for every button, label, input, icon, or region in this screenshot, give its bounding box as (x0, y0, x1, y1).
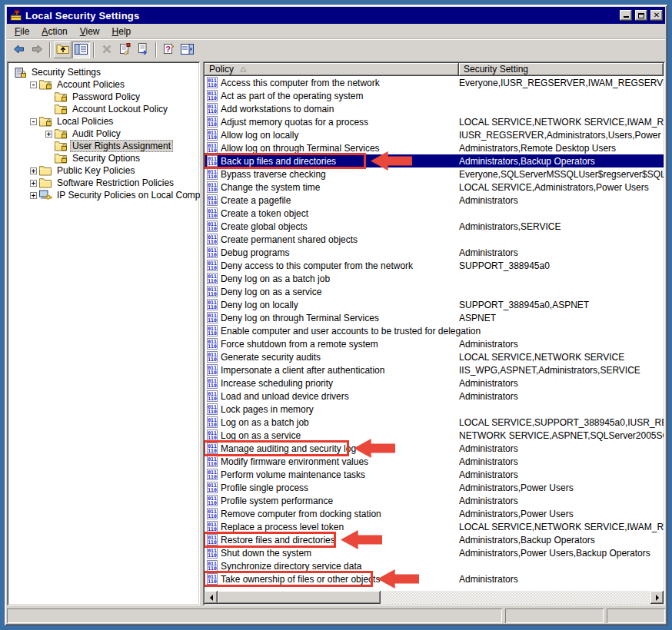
properties-button[interactable] (116, 41, 134, 58)
policy-doc-icon: 011110 (207, 534, 218, 545)
tree-item-software-restriction-policies[interactable]: +Software Restriction Policies (13, 177, 198, 189)
desktop: Local Security Settings ✕ FileActionView… (0, 0, 672, 630)
table-row[interactable]: 011110Deny log on as a service (205, 285, 664, 298)
tree-item-label: Audit Policy (70, 128, 123, 139)
scrollbar-thumb[interactable] (218, 591, 381, 604)
policy-name: Change the system time (221, 182, 320, 193)
show-hide-action-pane-button[interactable] (178, 41, 196, 58)
policy-doc-icon: 011110 (207, 338, 218, 350)
menu-action[interactable]: Action (35, 25, 73, 39)
table-row[interactable]: 011110Lock pages in memory (205, 403, 664, 416)
menu-view[interactable]: View (74, 25, 106, 39)
tree-item-password-policy[interactable]: Password Policy (13, 91, 198, 103)
policy-doc-icon: 011110 (207, 142, 218, 154)
table-row[interactable]: 011110Profile single processAdministrato… (205, 481, 664, 494)
policy-cell: 011110Bypass traverse checking (205, 168, 459, 180)
table-row[interactable]: 011110Deny log on through Terminal Servi… (205, 311, 664, 324)
table-row[interactable]: 011110Impersonate a client after authent… (205, 363, 664, 376)
table-row[interactable]: 011110Change the system timeLOCAL SERVIC… (205, 181, 664, 194)
svg-text:110: 110 (208, 161, 217, 167)
table-row[interactable]: 011110Log on as a serviceNETWORK SERVICE… (205, 429, 664, 442)
table-row[interactable]: 011110Debug programsAdministrators (205, 246, 664, 259)
tree-expander-collapsed[interactable]: + (30, 192, 37, 199)
table-row[interactable]: 011110Add workstations to domain (205, 102, 664, 115)
tree-expander-collapsed[interactable]: + (30, 167, 37, 174)
table-row[interactable]: 011110Create global objectsAdministrator… (205, 220, 664, 233)
tree-item-ip-security-policies-on-local-computer[interactable]: +IP Security Policies on Local Computer (13, 189, 198, 201)
tree-item-account-policies[interactable]: -Account Policies (13, 78, 198, 91)
scroll-right-button[interactable] (650, 591, 664, 604)
column-header-security-setting[interactable]: Security Setting (459, 63, 664, 76)
scroll-left-button[interactable] (205, 591, 218, 604)
menu-help[interactable]: Help (106, 25, 138, 39)
back-button[interactable] (10, 41, 28, 58)
policy-name: Increase scheduling priority (221, 378, 333, 389)
table-row[interactable]: 011110Generate security auditsLOCAL SERV… (205, 350, 664, 363)
tree-expander-expanded[interactable]: - (30, 118, 37, 125)
table-row[interactable]: 011110Enable computer and user accounts … (205, 324, 664, 337)
security-setting-cell: Administrators (459, 378, 664, 389)
tree-item-account-lockout-policy[interactable]: Account Lockout Policy (13, 103, 198, 115)
tree-item-local-policies[interactable]: -Local Policies (13, 115, 198, 128)
table-row[interactable]: 011110Log on as a batch jobLOCAL SERVICE… (205, 416, 664, 429)
minimize-button[interactable] (620, 10, 632, 21)
policy-doc-icon: 011110 (207, 521, 218, 532)
table-row[interactable]: 011110Force shutdown from a remote syste… (205, 337, 664, 350)
table-row[interactable]: 011110Shut down the systemAdministrators… (205, 546, 664, 559)
tree-expander-collapsed[interactable]: + (30, 180, 37, 187)
table-row[interactable]: 011110Perform volume maintenance tasksAd… (205, 468, 664, 481)
show-hide-console-tree-button[interactable] (72, 41, 90, 58)
tree-expander-collapsed[interactable]: + (45, 131, 52, 138)
svg-text:110: 110 (208, 474, 217, 480)
table-row[interactable]: 011110Allow log on through Terminal Serv… (205, 141, 664, 154)
tree-item-security-options[interactable]: Security Options (13, 152, 198, 164)
security-setting-cell: SUPPORT_388945a0,ASPNET (459, 300, 664, 310)
table-row[interactable]: 011110Deny log on locallySUPPORT_388945a… (205, 298, 664, 311)
table-row[interactable]: 011110Allow log on locallyIUSR_REGSERVER… (205, 128, 664, 141)
table-row[interactable]: 011110Act as part of the operating syste… (205, 89, 664, 102)
up-one-level-button[interactable] (54, 41, 72, 58)
table-row[interactable]: 011110Manage auditing and security logAd… (205, 442, 664, 455)
export-list-icon (138, 43, 149, 57)
policy-name: Shut down the system (221, 548, 311, 559)
table-row[interactable]: 011110Increase scheduling priorityAdmini… (205, 376, 664, 390)
table-row[interactable]: 011110Restore files and directoriesAdmin… (205, 533, 664, 546)
menu-file[interactable]: File (8, 25, 35, 39)
delete-x-icon (101, 44, 112, 57)
table-row[interactable]: 011110Replace a process level tokenLOCAL… (205, 520, 664, 533)
table-row[interactable]: 011110Modify firmware environment values… (205, 455, 664, 468)
policy-doc-icon: 011110 (207, 116, 218, 128)
table-row[interactable]: 011110Create a token object (205, 207, 664, 220)
table-row[interactable]: 011110Adjust memory quotas for a process… (205, 115, 664, 128)
tree-item-user-rights-assignment[interactable]: User Rights Assignment (13, 140, 198, 152)
help-button[interactable]: ? (160, 41, 178, 58)
maximize-button[interactable] (635, 10, 647, 21)
tree-item-audit-policy[interactable]: +Audit Policy (13, 128, 198, 140)
horizontal-scrollbar[interactable] (205, 591, 664, 604)
sort-ascending-icon (240, 66, 247, 72)
title-bar[interactable]: Local Security Settings ✕ (7, 7, 665, 24)
column-header-policy[interactable]: Policy (205, 63, 459, 76)
export-list-button[interactable] (135, 41, 152, 58)
table-row[interactable]: 011110Bypass traverse checkingEveryone,S… (205, 167, 664, 181)
policy-cell: 011110Lock pages in memory (205, 403, 459, 415)
table-row[interactable]: 011110Profile system performanceAdminist… (205, 494, 664, 507)
tree-item-security-settings[interactable]: Security Settings (13, 66, 198, 78)
policy-doc-icon: 011110 (207, 495, 218, 506)
table-row[interactable]: 011110Synchronize directory service data (205, 559, 664, 572)
tree-item-public-key-policies[interactable]: +Public Key Policies (13, 164, 198, 177)
table-row[interactable]: 011110Load and unload device driversAdmi… (205, 390, 664, 403)
tree-item-label: Security Settings (29, 67, 103, 78)
table-row[interactable]: 011110Deny log on as a batch job (205, 272, 664, 285)
tree-expander-expanded[interactable]: - (30, 81, 37, 88)
policy-doc-icon: 011110 (207, 194, 218, 206)
table-row[interactable]: 011110Remove computer from docking stati… (205, 507, 664, 520)
table-row[interactable]: 011110Take ownership of files or other o… (205, 572, 664, 585)
table-row[interactable]: 011110Create permanent shared objects (205, 233, 664, 246)
table-row[interactable]: 011110Access this computer from the netw… (205, 76, 664, 89)
table-row[interactable]: 011110Create a pagefileAdministrators (205, 194, 664, 207)
table-row[interactable]: 011110Deny access to this computer from … (205, 259, 664, 272)
close-button[interactable]: ✕ (650, 10, 663, 21)
svg-text:110: 110 (208, 513, 217, 519)
table-row[interactable]: 011110Back up files and directoriesAdmin… (205, 154, 664, 167)
